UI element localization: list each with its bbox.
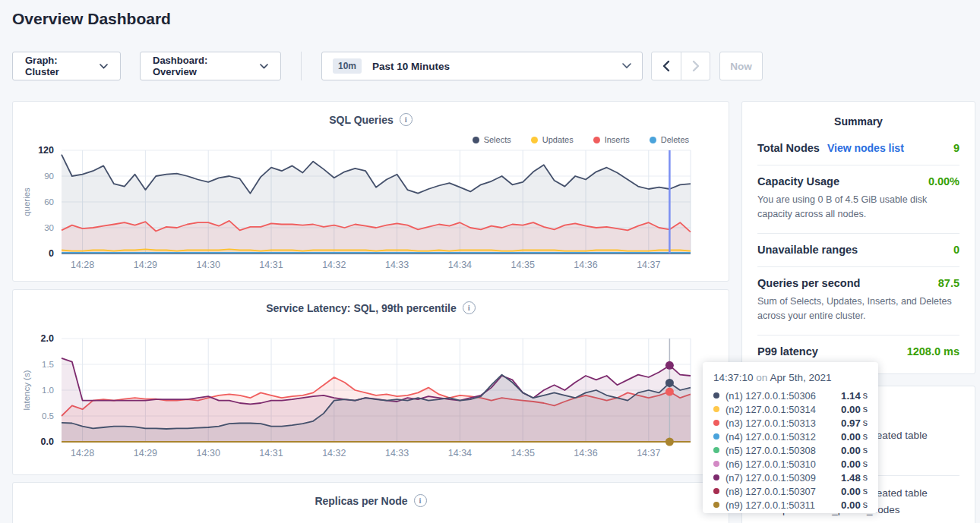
tooltip-node-unit: s bbox=[863, 390, 868, 401]
tooltip-node-value: 0.00 bbox=[841, 499, 861, 511]
series-color-dot bbox=[713, 420, 719, 426]
time-back-button[interactable] bbox=[652, 52, 681, 80]
svg-text:0: 0 bbox=[49, 248, 54, 259]
tooltip-node-row: (n4) 127.0.0.1:50312 0.00 s bbox=[713, 430, 868, 443]
summary-row-label: Total Nodes bbox=[757, 142, 820, 154]
graph-dropdown-label: Graph: Cluster bbox=[25, 55, 92, 77]
tooltip-node-label: (n6) 127.0.0.1:50310 bbox=[726, 458, 816, 470]
time-range-picker[interactable]: 10m Past 10 Minutes bbox=[321, 52, 643, 80]
tooltip-node-value: 0.00 bbox=[841, 404, 861, 415]
svg-text:14:35: 14:35 bbox=[511, 448, 535, 458]
svg-text:14:30: 14:30 bbox=[197, 448, 220, 458]
service-latency-chart[interactable]: 0.00.51.01.52.014:2814:2914:3014:3114:32… bbox=[13, 328, 730, 465]
svg-text:14:34: 14:34 bbox=[448, 448, 472, 458]
tooltip-node-row: (n8) 127.0.0.1:50307 0.00 s bbox=[713, 484, 868, 498]
tooltip-node-unit: s bbox=[863, 445, 868, 455]
svg-text:14:37: 14:37 bbox=[637, 260, 660, 270]
chart-title-replicas-per-node: Replicas per Node bbox=[315, 495, 407, 507]
svg-text:14:31: 14:31 bbox=[259, 448, 283, 458]
svg-text:14:31: 14:31 bbox=[259, 260, 283, 270]
tooltip-node-value: 0.97 bbox=[841, 417, 861, 429]
tooltip-node-value: 0.00 bbox=[841, 445, 861, 456]
series-color-dot bbox=[713, 392, 719, 399]
series-color-dot bbox=[713, 502, 719, 508]
page-title: Overview Dashboard bbox=[12, 10, 171, 28]
chevron-down-icon bbox=[622, 63, 631, 69]
chart-title-service-latency: Service Latency: SQL, 99th percentile bbox=[266, 302, 457, 314]
series-color-dot bbox=[713, 474, 719, 480]
tooltip-node-value: 0.00 bbox=[841, 458, 861, 470]
series-color-dot bbox=[713, 406, 719, 412]
tooltip-node-value: 1.48 bbox=[841, 472, 861, 484]
sql-queries-chart[interactable]: 030609012014:2814:2914:3014:3114:3214:33… bbox=[13, 140, 730, 276]
svg-text:60: 60 bbox=[44, 197, 54, 206]
graph-dropdown[interactable]: Graph: Cluster bbox=[12, 52, 121, 80]
svg-text:1.0: 1.0 bbox=[42, 386, 54, 395]
now-button[interactable]: Now bbox=[719, 52, 763, 80]
svg-text:14:34: 14:34 bbox=[448, 260, 472, 270]
info-icon[interactable]: i bbox=[463, 301, 476, 314]
svg-text:14:29: 14:29 bbox=[134, 448, 157, 458]
summary-row-value: 0.00% bbox=[928, 175, 959, 187]
tooltip-node-label: (n7) 127.0.0.1:50309 bbox=[726, 472, 816, 484]
summary-title: Summary bbox=[742, 102, 975, 132]
svg-text:2.0: 2.0 bbox=[41, 333, 54, 344]
svg-text:14:33: 14:33 bbox=[385, 448, 409, 458]
svg-text:14:28: 14:28 bbox=[71, 448, 94, 458]
summary-row-value: 87.5 bbox=[938, 277, 959, 289]
summary-row-value: 9 bbox=[953, 142, 959, 154]
svg-text:90: 90 bbox=[44, 172, 54, 181]
series-color-dot bbox=[713, 488, 719, 494]
svg-text:14:37: 14:37 bbox=[637, 448, 660, 458]
svg-text:14:28: 14:28 bbox=[71, 260, 94, 270]
tooltip-node-row: (n5) 127.0.0.1:50308 0.00 s bbox=[713, 443, 868, 457]
tooltip-node-unit: s bbox=[863, 404, 868, 414]
svg-text:1.5: 1.5 bbox=[42, 360, 54, 369]
tooltip-node-label: (n3) 127.0.0.1:50313 bbox=[726, 417, 816, 429]
tooltip-node-row: (n9) 127.0.0.1:50311 0.00 s bbox=[713, 498, 868, 512]
tooltip-node-label: (n5) 127.0.0.1:50308 bbox=[726, 445, 816, 456]
svg-text:queries: queries bbox=[22, 187, 31, 216]
time-forward-button[interactable] bbox=[681, 52, 710, 80]
service-latency-chart-card: Service Latency: SQL, 99th percentile i … bbox=[12, 289, 729, 475]
chart-title-sql-queries: SQL Queries bbox=[329, 114, 394, 126]
summary-row-label: Capacity Usage bbox=[757, 175, 839, 187]
info-icon[interactable]: i bbox=[400, 113, 413, 126]
svg-text:14:36: 14:36 bbox=[574, 260, 597, 270]
svg-text:14:29: 14:29 bbox=[134, 260, 157, 270]
summary-row: Queries per second 87.5 Sum of Selects, … bbox=[757, 267, 959, 336]
summary-row-value: 0 bbox=[953, 244, 959, 256]
chevron-down-icon bbox=[100, 64, 108, 69]
series-color-dot bbox=[713, 447, 719, 453]
tooltip-node-label: (n4) 127.0.0.1:50312 bbox=[726, 431, 816, 443]
summary-row-label: Queries per second bbox=[757, 277, 860, 289]
sql-queries-chart-card: SQL Queries i SelectsUpdatesInsertsDelet… bbox=[12, 101, 729, 282]
summary-panel: Summary Total Nodes View nodes list 9 Ca… bbox=[741, 101, 975, 374]
svg-text:14:32: 14:32 bbox=[322, 260, 346, 270]
tooltip-node-unit: s bbox=[863, 486, 868, 496]
tooltip-node-row: (n2) 127.0.0.1:50314 0.00 s bbox=[713, 402, 868, 416]
info-icon[interactable]: i bbox=[414, 494, 427, 507]
summary-row-description: You are using 0 B of 4.5 GiB usable disk… bbox=[757, 193, 959, 222]
dashboard-dropdown[interactable]: Dashboard: Overview bbox=[140, 52, 281, 80]
svg-text:0.5: 0.5 bbox=[42, 411, 54, 421]
tooltip-node-value: 0.00 bbox=[841, 431, 861, 443]
tooltip-node-row: (n3) 127.0.0.1:50313 0.97 s bbox=[713, 416, 868, 430]
svg-text:14:33: 14:33 bbox=[385, 260, 409, 270]
summary-row: Unavailable ranges 0 bbox=[757, 234, 959, 267]
replicas-per-node-chart-card: Replicas per Node i bbox=[12, 482, 729, 523]
series-color-dot bbox=[713, 433, 719, 440]
tooltip-node-row: (n1) 127.0.0.1:50306 1.14 s bbox=[713, 389, 868, 402]
tooltip-node-unit: s bbox=[863, 472, 868, 483]
series-color-dot bbox=[713, 461, 719, 467]
svg-text:120: 120 bbox=[38, 145, 54, 156]
time-range-label: Past 10 Minutes bbox=[372, 61, 450, 72]
view-nodes-list-link[interactable]: View nodes list bbox=[827, 142, 904, 154]
summary-row-label: Unavailable ranges bbox=[757, 244, 858, 256]
controls-row: Graph: Cluster Dashboard: Overview 10m P… bbox=[12, 52, 763, 80]
tooltip-node-row: (n6) 127.0.0.1:50310 0.00 s bbox=[713, 457, 868, 471]
dashboard-dropdown-label: Dashboard: Overview bbox=[153, 55, 252, 77]
svg-text:14:35: 14:35 bbox=[511, 260, 535, 270]
svg-text:30: 30 bbox=[44, 223, 54, 232]
tooltip-node-unit: s bbox=[863, 417, 868, 428]
